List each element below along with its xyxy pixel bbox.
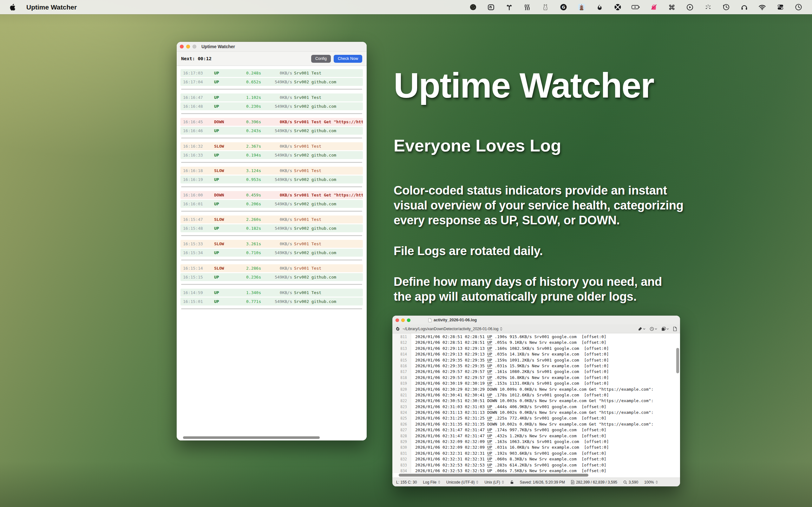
log-line[interactable]: 8282026/01/06 02:31:47 02:31:47 UP .432s… [392, 433, 680, 439]
status-row[interactable]: 16:16:48UP0.230s549KB/sSrv002 github.com [181, 102, 363, 110]
log-line[interactable]: 8292026/01/06 02:32:09 02:32:09 UP .163s… [392, 439, 680, 445]
apple-menu-icon[interactable] [9, 4, 15, 11]
play-circle-icon[interactable] [686, 3, 694, 11]
status-row[interactable]: 16:15:34UP0.710s549KB/sSrv002 github.com [181, 249, 363, 257]
status-row[interactable]: 16:16:32SLOW2.367s0KB/sSrv001 Test [181, 142, 363, 150]
check-now-button[interactable]: Check Now [334, 55, 362, 63]
status-row[interactable]: 16:15:15UP0.236s549KB/sSrv002 github.com [181, 273, 363, 281]
log-line-text: 2026/01/06 02:30:41 02:30:41 UP .178s 10… [411, 392, 680, 398]
zoom-button[interactable] [407, 319, 410, 322]
unlocked-icon[interactable] [510, 480, 514, 484]
log-line[interactable]: 8252026/01/06 02:31:25 02:31:25 UP .225s… [392, 415, 680, 421]
log-line[interactable]: 8192026/01/06 02:30:19 02:30:19 UP .153s… [392, 381, 680, 386]
clock-rewind-icon[interactable] [722, 3, 730, 11]
log-line[interactable]: 8212026/01/06 02:30:41 02:30:41 UP .178s… [392, 392, 680, 398]
wifi-icon[interactable] [758, 3, 766, 11]
log-line[interactable]: 8132026/01/06 02:29:13 02:29:13 UP .160s… [392, 346, 680, 351]
pagoda-icon[interactable] [577, 3, 586, 11]
status-row[interactable]: 16:16:00DOWN0.459s0KB/sSrv001 Test Get "… [181, 191, 363, 199]
menu-bar-app-name[interactable]: Uptime Watcher [26, 3, 77, 11]
row-time: 16:17:04 [183, 79, 212, 84]
file-path-selector[interactable]: ~/Library/Logs/xanDownDetector/activity_… [403, 327, 499, 331]
status-row[interactable]: 16:15:33SLOW3.261s0KB/sSrv001 Test [181, 240, 363, 248]
battery-icon[interactable] [631, 3, 640, 11]
log-titlebar[interactable]: activity_2026-01-06.log [392, 316, 680, 325]
row-status: DOWN [214, 119, 233, 124]
group-separator [181, 137, 362, 138]
config-button[interactable]: Config [311, 55, 331, 63]
status-row[interactable]: 16:16:01UP0.206s549KB/sSrv002 github.com [181, 200, 363, 208]
log-line[interactable]: 8222026/01/06 02:30:51 02:30:51 DOWN 10.… [392, 398, 680, 404]
blank-document-button[interactable] [673, 327, 677, 331]
status-row[interactable]: 16:16:46UP0.243s549KB/sSrv002 github.com [181, 127, 363, 135]
log-line[interactable]: 8242026/01/06 02:31:13 02:31:13 DOWN 10.… [392, 410, 680, 415]
line-ending-selector[interactable]: Unix (LF) [484, 480, 504, 485]
chevron-up-down-icon[interactable] [500, 327, 502, 331]
status-row[interactable]: 16:17:04UP0.652s549KB/sSrv002 github.com [181, 78, 363, 86]
minimize-button[interactable] [186, 45, 190, 49]
status-row[interactable]: 16:15:48UP0.182s549KB/sSrv002 github.com [181, 224, 363, 232]
status-row[interactable]: 16:16:19UP0.953s549KB/sSrv002 github.com [181, 176, 363, 183]
log-line-number: 819 [392, 381, 411, 386]
file-type-selector[interactable]: Log File [423, 480, 440, 485]
branch-arrows-icon[interactable] [505, 3, 513, 11]
pink-bag-icon[interactable] [650, 3, 658, 11]
log-line[interactable]: 8312026/01/06 02:32:31 02:32:31 UP .192s… [392, 451, 680, 456]
log-line[interactable]: 8322026/01/06 02:32:31 02:32:31 UP .060s… [392, 456, 680, 462]
status-row[interactable]: 16:16:45DOWN0.396s0KB/sSrv001 Test Get "… [181, 118, 363, 126]
fan-icon[interactable] [613, 3, 622, 11]
log-line[interactable]: 8302026/01/06 02:32:09 02:32:09 UP .031s… [392, 445, 680, 450]
llama-icon[interactable] [541, 3, 549, 11]
status-row[interactable]: 16:16:47UP1.102s0KB/sSrv001 Test [181, 94, 363, 101]
recent-files-clock-button[interactable] [650, 327, 657, 331]
clock-icon[interactable] [794, 3, 803, 11]
command-key-icon[interactable] [668, 3, 676, 11]
marker-pen-button[interactable] [638, 327, 646, 331]
log-line[interactable]: 8112026/01/06 02:28:51 02:28:51 UP .190s… [392, 334, 680, 340]
log-line[interactable]: 8262026/01/06 02:31:35 02:31:35 DOWN 10.… [392, 421, 680, 427]
control-toggles-icon[interactable] [776, 3, 784, 11]
zoom-level-selector[interactable]: 100% [644, 480, 658, 485]
app-window-icon[interactable] [487, 3, 495, 11]
log-line[interactable]: 8182026/01/06 02:29:57 02:29:57 UP .029s… [392, 375, 680, 381]
log-line[interactable]: 8272026/01/06 02:31:47 02:31:47 UP .174s… [392, 427, 680, 433]
log-line[interactable]: 8162026/01/06 02:29:35 02:29:35 UP .031s… [392, 363, 680, 369]
log-line[interactable]: 8342026/01/06 02:32:53 02:32:53 UP .066s… [392, 468, 680, 473]
log-line-text: 2026/01/06 02:30:19 02:30:19 UP .153s 11… [411, 381, 680, 386]
log-line[interactable]: 8142026/01/06 02:29:13 02:29:13 UP .035s… [392, 351, 680, 357]
watcher-titlebar[interactable]: Uptime Watcher [177, 42, 367, 52]
log-line[interactable]: 8152026/01/06 02:29:35 02:29:35 UP .159s… [392, 357, 680, 363]
gear-icon[interactable] [396, 327, 400, 331]
steam-lines-icon[interactable] [523, 3, 531, 11]
status-row[interactable]: 16:15:14SLOW2.286s0KB/sSrv001 Test [181, 264, 363, 272]
flame-icon[interactable] [595, 3, 604, 11]
log-line-text: 2026/01/06 02:28:51 02:28:51 UP .055s 9.… [411, 340, 680, 345]
layered-pages-button[interactable] [661, 327, 669, 331]
row-target: Srv002 github.com [294, 202, 360, 206]
log-line[interactable]: 8332026/01/06 02:32:53 02:32:53 UP .283s… [392, 462, 680, 468]
status-row[interactable]: 16:15:47SLOW2.260s0KB/sSrv001 Test [181, 216, 363, 223]
headphones-icon[interactable] [740, 3, 748, 11]
close-button[interactable] [180, 45, 184, 49]
document-proxy-icon[interactable] [428, 318, 432, 322]
row-target: Srv002 github.com [294, 128, 360, 133]
dots-pattern-icon[interactable] [704, 3, 712, 11]
horizontal-scrollbar-thumb[interactable] [399, 474, 589, 476]
log-line[interactable]: 8202026/01/06 02:30:29 02:30:29 DOWN 10.… [392, 387, 680, 392]
letter-g-badge-icon[interactable]: G [559, 3, 567, 11]
log-line[interactable]: 8172026/01/06 02:29:57 02:29:57 UP .161s… [392, 369, 680, 375]
status-row[interactable]: 16:15:01UP0.771s549KB/sSrv002 github.com [181, 297, 363, 305]
status-row[interactable]: 16:16:18SLOW3.124s0KB/sSrv001 Test [181, 167, 363, 175]
close-button[interactable] [396, 319, 399, 322]
group-separator [181, 113, 362, 114]
encoding-selector[interactable]: Unicode (UTF-8) [446, 480, 478, 485]
minimize-button[interactable] [401, 319, 405, 322]
log-line[interactable]: 8232026/01/06 02:31:03 02:31:03 UP .444s… [392, 404, 680, 410]
status-row[interactable]: 16:16:33UP0.194s549KB/sSrv002 github.com [181, 151, 363, 159]
status-row[interactable]: 16:17:03UP0.248s0KB/sSrv001 Test [181, 69, 363, 77]
row-rate: 0KB/s [263, 217, 292, 222]
status-row[interactable]: 16:14:59UP1.340s0KB/sSrv001 Test [181, 289, 363, 297]
dark-sphere-icon[interactable] [469, 3, 477, 11]
log-line[interactable]: 8122026/01/06 02:28:51 02:28:51 UP .055s… [392, 340, 680, 345]
horizontal-scrollbar-thumb[interactable] [183, 436, 320, 439]
